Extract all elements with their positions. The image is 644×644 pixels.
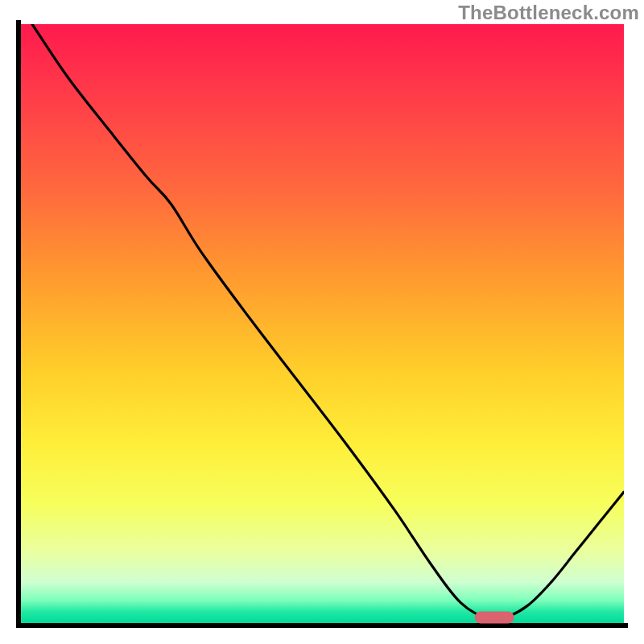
optimal-point-marker xyxy=(474,611,514,623)
watermark-text: TheBottleneck.com xyxy=(458,2,639,24)
chart-frame: TheBottleneck.com xyxy=(0,0,644,644)
plot-gradient-background xyxy=(20,24,624,624)
